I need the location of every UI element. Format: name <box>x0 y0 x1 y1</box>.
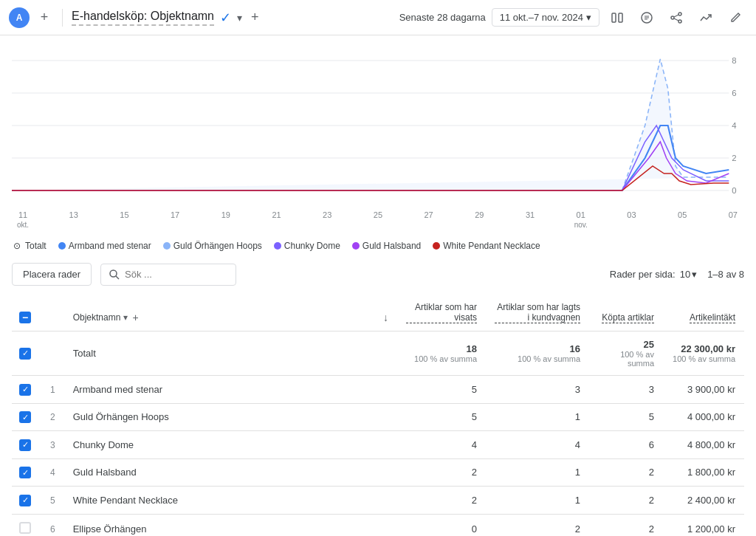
revenue-header: Artikelintäkt <box>663 295 744 331</box>
row-3-cart: 4 <box>486 431 589 459</box>
row-6-views: 0 <box>397 514 486 536</box>
row-2-num: 2 <box>50 412 55 422</box>
columns-icon-button[interactable] <box>605 6 629 30</box>
legend-label: White Pendant Necklace <box>443 241 540 251</box>
place-rows-button[interactable]: Placera rader <box>12 263 92 286</box>
legend-item-chunky[interactable]: Chunky Dome <box>274 241 340 251</box>
comment-icon-button[interactable] <box>635 6 659 30</box>
edit-icon-button[interactable] <box>724 6 747 30</box>
chunky-color-dot <box>274 242 281 250</box>
add-item-button[interactable]: + <box>251 10 259 25</box>
rows-per-page-chevron: ▾ <box>692 269 697 280</box>
row-1-cart: 3 <box>486 376 589 404</box>
chart-svg: 8 6 4 2 0 <box>12 44 744 207</box>
rows-per-page-value: 10 <box>680 269 690 280</box>
check-icon: ✓ <box>220 10 231 26</box>
date-range-text: 11 okt.–7 nov. 2024 <box>500 12 583 23</box>
purchased-header: Köpta artiklar <box>589 295 663 331</box>
x-axis-labels: 11okt. 13 15 17 19 21 23 25 27 29 31 01n… <box>12 209 744 230</box>
legend-item-totalt[interactable]: ⊙ Totalt <box>12 241 47 251</box>
row-6-cart: 2 <box>486 514 589 536</box>
rows-per-page: Rader per sida: 10 ▾ 1–8 av 8 <box>610 269 744 280</box>
svg-text:2: 2 <box>732 154 736 162</box>
total-row: ✓ Totalt 18 100 % av summa 16 100 % av s… <box>12 331 744 376</box>
topbar-right: Senaste 28 dagarna 11 okt.–7 nov. 2024 ▾ <box>399 6 747 30</box>
page-title: E-handelsköp: Objektnamn <box>72 10 214 26</box>
row-1-num: 1 <box>50 385 55 395</box>
legend-item-guld-halsband[interactable]: Guld Halsband <box>352 241 421 251</box>
num-header <box>41 295 64 331</box>
add-column-icon[interactable]: + <box>132 312 138 323</box>
row-1-name: Armband med stenar <box>73 384 162 395</box>
row-2-checkbox[interactable]: ✓ <box>19 411 31 423</box>
svg-point-5 <box>678 20 681 23</box>
x-label: 23 <box>316 210 338 230</box>
views-header: Artiklar som har visats <box>397 295 486 331</box>
search-box <box>100 264 236 286</box>
chevron-down-icon: ▾ <box>586 12 591 23</box>
row-3-checkbox[interactable]: ✓ <box>19 439 31 451</box>
row-2-purchased: 5 <box>589 403 663 431</box>
cart-label: Artiklar som har lagts i kundvagnen <box>495 302 580 323</box>
guld-halsband-color-dot <box>352 242 360 250</box>
row-3-revenue: 4 800,00 kr <box>663 431 744 459</box>
add-tab-button[interactable]: + <box>35 9 53 27</box>
row-2-cart: 1 <box>486 403 589 431</box>
revenue-label: Artikelintäkt <box>690 312 735 323</box>
search-input[interactable] <box>125 269 228 280</box>
svg-text:0: 0 <box>732 186 736 195</box>
legend-item-armband[interactable]: Armband med stenar <box>58 241 151 251</box>
title-dropdown[interactable]: ▾ <box>237 12 242 24</box>
row-4-checkbox[interactable]: ✓ <box>19 467 31 478</box>
row-5-checkbox[interactable]: ✓ <box>19 495 31 506</box>
share-icon-button[interactable] <box>664 6 688 30</box>
views-label: Artiklar som har visats <box>406 302 477 323</box>
trending-icon-button[interactable] <box>694 6 718 30</box>
date-range-picker[interactable]: 11 okt.–7 nov. 2024 ▾ <box>492 8 599 27</box>
table-controls: Placera rader Rader per sida: 10 ▾ 1–8 a… <box>12 263 744 286</box>
svg-point-4 <box>671 16 674 19</box>
svg-line-6 <box>674 15 678 17</box>
row-3-num: 3 <box>50 440 55 450</box>
row-3-purchased: 6 <box>589 431 663 459</box>
x-label: 29 <box>468 210 490 230</box>
topbar-divider <box>62 9 63 27</box>
x-label: 01nov. <box>570 210 592 230</box>
row-2-revenue: 4 000,00 kr <box>663 403 744 431</box>
total-num-cell <box>41 331 64 376</box>
guld-orhangen-color-dot <box>163 242 171 250</box>
topbar: A + E-handelsköp: Objektnamn ✓ ▾ + Senas… <box>0 0 756 35</box>
legend-label: Guld Halsband <box>362 241 421 251</box>
total-checkbox[interactable]: ✓ <box>19 348 31 360</box>
columns-icon <box>611 11 624 24</box>
table-row: ✓ 2 Guld Örhängen Hoops 5 1 5 4 000,00 k… <box>12 403 744 431</box>
row-1-purchased: 3 <box>589 376 663 404</box>
select-all-checkbox[interactable]: − <box>19 312 31 323</box>
row-5-name: White Pendant Necklace <box>73 495 178 506</box>
row-6-checkbox[interactable] <box>19 522 31 534</box>
total-label: Totalt <box>73 348 96 359</box>
x-label: 25 <box>367 210 389 230</box>
svg-point-19 <box>110 270 117 277</box>
share-icon <box>670 11 683 24</box>
legend-item-white-pendant[interactable]: White Pendant Necklace <box>433 241 540 251</box>
row-5-purchased: 2 <box>589 487 663 515</box>
legend-item-guld-orhangen[interactable]: Guld Örhängen Hoops <box>163 241 262 251</box>
x-label: 05 <box>671 210 693 230</box>
table-row: ✓ 5 White Pendant Necklace 2 1 2 2 400,0… <box>12 487 744 515</box>
table-row: ✓ 1 Armband med stenar 5 3 3 3 900,00 kr <box>12 376 744 404</box>
data-table: − Objektnamn ▾ + ↓ Artiklar som har <box>12 295 744 536</box>
total-cart-cell: 16 100 % av summa <box>486 331 589 376</box>
sort-arrow-icon[interactable]: ↓ <box>383 312 388 323</box>
name-dropdown-icon[interactable]: ▾ <box>123 312 128 323</box>
x-label: 11okt. <box>12 210 34 230</box>
x-label: 13 <box>63 210 85 230</box>
row-6-num: 6 <box>50 524 55 535</box>
row-1-checkbox[interactable]: ✓ <box>19 384 31 396</box>
row-4-purchased: 2 <box>589 458 663 487</box>
svg-rect-1 <box>619 13 622 22</box>
search-icon <box>109 269 120 281</box>
rows-per-page-select[interactable]: 10 ▾ <box>680 269 697 280</box>
cart-header: Artiklar som har lagts i kundvagnen <box>486 295 589 331</box>
armband-color-dot <box>58 242 66 250</box>
